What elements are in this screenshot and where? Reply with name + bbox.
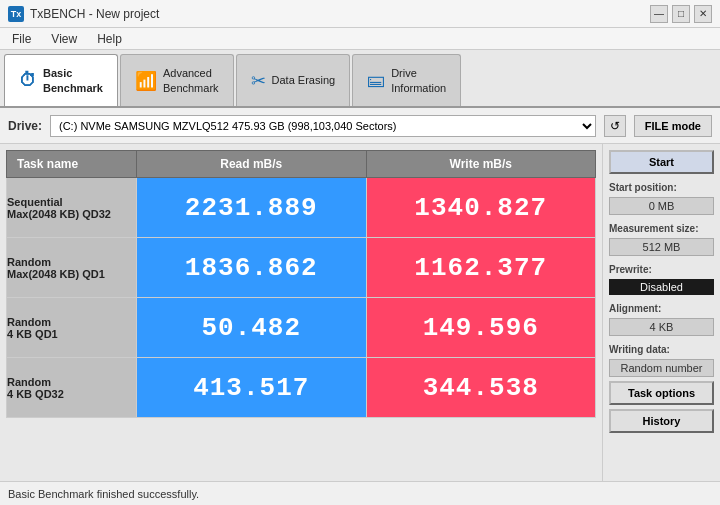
write-cell-2: 149.596: [366, 298, 596, 358]
title-bar: Tx TxBENCH - New project — □ ✕: [0, 0, 720, 28]
title-bar-left: Tx TxBENCH - New project: [8, 6, 159, 22]
write-cell-0: 1340.827: [366, 178, 596, 238]
advanced-benchmark-icon: 📶: [135, 70, 157, 92]
menu-file[interactable]: File: [8, 31, 35, 47]
tab-data-erasing[interactable]: ✂ Data Erasing: [236, 54, 351, 106]
write-value-3: 344.538: [423, 373, 539, 403]
minimize-button[interactable]: —: [650, 5, 668, 23]
tab-erasing-label: Data Erasing: [272, 73, 336, 87]
write-value-0: 1340.827: [414, 193, 547, 223]
read-value-2: 50.482: [201, 313, 301, 343]
read-cell-0: 2231.889: [137, 178, 367, 238]
drive-info-icon: 🖴: [367, 70, 385, 91]
start-position-label: Start position:: [609, 182, 714, 193]
tab-drive-information[interactable]: 🖴 DriveInformation: [352, 54, 461, 106]
table-row: SequentialMax(2048 KB) QD32 2231.889 134…: [7, 178, 596, 238]
row-label-3: Random4 KB QD32: [7, 358, 137, 418]
menu-bar: File View Help: [0, 28, 720, 50]
measurement-size-value: 512 MB: [609, 238, 714, 256]
tab-drive-label: DriveInformation: [391, 66, 446, 95]
toolbar: ⏱ BasicBenchmark 📶 AdvancedBenchmark ✂ D…: [0, 50, 720, 108]
prewrite-label: Prewrite:: [609, 264, 714, 275]
row-label-0: SequentialMax(2048 KB) QD32: [7, 178, 137, 238]
row-label-2: Random4 KB QD1: [7, 298, 137, 358]
benchmark-table: Task name Read mB/s Write mB/s Sequentia…: [6, 150, 596, 418]
read-value-0: 2231.889: [185, 193, 318, 223]
write-cell-3: 344.538: [366, 358, 596, 418]
tab-advanced-label: AdvancedBenchmark: [163, 66, 219, 95]
table-row: Random4 KB QD32 413.517 344.538: [7, 358, 596, 418]
read-cell-2: 50.482: [137, 298, 367, 358]
maximize-button[interactable]: □: [672, 5, 690, 23]
drive-row: Drive: (C:) NVMe SAMSUNG MZVLQ512 475.93…: [0, 108, 720, 144]
read-cell-3: 413.517: [137, 358, 367, 418]
col-header-read: Read mB/s: [137, 151, 367, 178]
drive-selector[interactable]: (C:) NVMe SAMSUNG MZVLQ512 475.93 GB (99…: [50, 115, 596, 137]
drive-label: Drive:: [8, 119, 42, 133]
read-value-3: 413.517: [193, 373, 309, 403]
alignment-value: 4 KB: [609, 318, 714, 336]
alignment-label: Alignment:: [609, 303, 714, 314]
table-row: Random4 KB QD1 50.482 149.596: [7, 298, 596, 358]
status-bar: Basic Benchmark finished successfully.: [0, 481, 720, 505]
writing-data-label: Writing data:: [609, 344, 714, 355]
window-title: TxBENCH - New project: [30, 7, 159, 21]
data-erasing-icon: ✂: [251, 70, 266, 92]
task-options-button[interactable]: Task options: [609, 381, 714, 405]
write-value-1: 1162.377: [414, 253, 547, 283]
writing-data-value: Random number: [609, 359, 714, 377]
col-header-write: Write mB/s: [366, 151, 596, 178]
menu-help[interactable]: Help: [93, 31, 126, 47]
drive-refresh-button[interactable]: ↺: [604, 115, 626, 137]
start-button[interactable]: Start: [609, 150, 714, 174]
menu-view[interactable]: View: [47, 31, 81, 47]
benchmark-area: Task name Read mB/s Write mB/s Sequentia…: [0, 144, 602, 481]
col-header-task: Task name: [7, 151, 137, 178]
read-value-1: 1836.862: [185, 253, 318, 283]
main-content: Task name Read mB/s Write mB/s Sequentia…: [0, 144, 720, 481]
history-button[interactable]: History: [609, 409, 714, 433]
start-position-value: 0 MB: [609, 197, 714, 215]
tab-advanced-benchmark[interactable]: 📶 AdvancedBenchmark: [120, 54, 234, 106]
write-cell-1: 1162.377: [366, 238, 596, 298]
right-panel: Start Start position: 0 MB Measurement s…: [602, 144, 720, 481]
window-controls: — □ ✕: [650, 5, 712, 23]
tab-basic-benchmark[interactable]: ⏱ BasicBenchmark: [4, 54, 118, 106]
app-icon: Tx: [8, 6, 24, 22]
table-row: RandomMax(2048 KB) QD1 1836.862 1162.377: [7, 238, 596, 298]
basic-benchmark-icon: ⏱: [19, 70, 37, 91]
status-text: Basic Benchmark finished successfully.: [8, 488, 199, 500]
read-cell-1: 1836.862: [137, 238, 367, 298]
prewrite-value: Disabled: [609, 279, 714, 295]
tab-basic-label: BasicBenchmark: [43, 66, 103, 95]
close-button[interactable]: ✕: [694, 5, 712, 23]
measurement-size-label: Measurement size:: [609, 223, 714, 234]
write-value-2: 149.596: [423, 313, 539, 343]
row-label-1: RandomMax(2048 KB) QD1: [7, 238, 137, 298]
file-mode-button[interactable]: FILE mode: [634, 115, 712, 137]
